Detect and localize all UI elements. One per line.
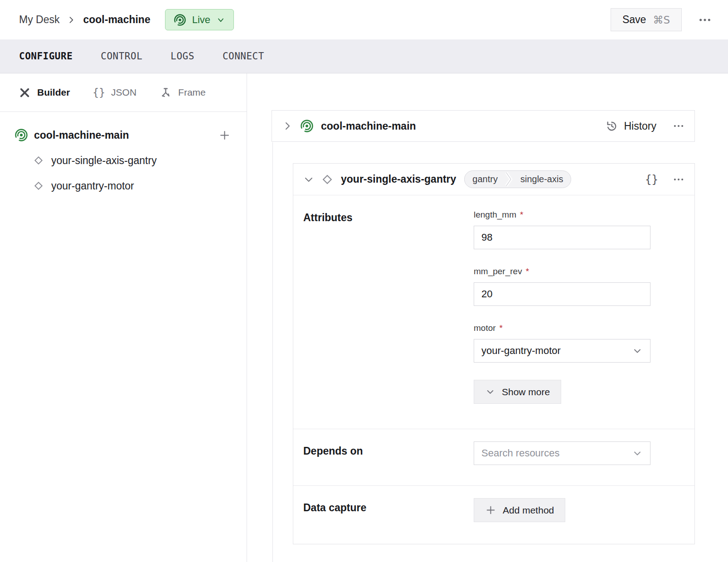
depends-on-section: Depends on Search resources	[293, 429, 694, 485]
mode-tab-builder[interactable]: Builder	[18, 86, 70, 99]
chevron-down-icon	[485, 387, 495, 397]
tree-item-machine-part[interactable]: cool-machine-main	[15, 125, 231, 145]
field-name: motor	[474, 323, 496, 333]
broadcast-icon	[174, 14, 186, 26]
attributes-fields: length_mm * mm_per_rev *	[474, 210, 650, 404]
nav-tab-bar: CONFIGURE CONTROL LOGS CONNECT	[0, 39, 728, 73]
add-resource-button[interactable]	[218, 129, 231, 141]
broadcast-icon	[15, 128, 28, 142]
braces-icon[interactable]: {}	[645, 173, 658, 186]
component-card-title: your-single-axis-gantry	[341, 173, 456, 185]
required-marker: *	[520, 210, 523, 220]
history-button[interactable]: History	[605, 120, 656, 133]
length-mm-input[interactable]	[474, 226, 650, 249]
mode-tab-json[interactable]: {} JSON	[92, 87, 136, 98]
app-window: My Desk cool-machine Live Save ⌘	[0, 0, 728, 562]
machine-part-card: cool-machine-main History	[272, 110, 695, 142]
top-bar-actions: Save ⌘S	[611, 8, 712, 31]
part-menu-button[interactable]	[673, 120, 684, 132]
field-name: length_mm	[474, 210, 516, 220]
tab-control[interactable]: CONTROL	[101, 51, 142, 62]
component-type-badge: gantry single-axis	[464, 170, 571, 188]
tree-item-label: your-gantry-motor	[51, 180, 134, 192]
chevron-right-icon	[67, 15, 76, 24]
mode-tab-label: Builder	[37, 87, 70, 98]
resource-tree: cool-machine-main your-single-axis-gantr…	[0, 112, 247, 196]
frame-icon	[159, 86, 172, 99]
field-mm-per-rev: mm_per_rev *	[474, 266, 650, 306]
mode-tab-frame[interactable]: Frame	[159, 86, 206, 99]
tree-item-gantry[interactable]: your-single-axis-gantry	[33, 150, 231, 171]
live-status-dropdown[interactable]: Live	[165, 9, 234, 30]
content-area: Builder {} JSON Frame	[0, 73, 728, 562]
sidebar-mode-tabs: Builder {} JSON Frame	[0, 73, 247, 112]
section-label: Attributes	[303, 210, 474, 404]
depends-on-fields: Search resources	[474, 441, 650, 465]
search-placeholder: Search resources	[481, 447, 559, 459]
badge-divider-icon	[505, 170, 513, 188]
section-label: Data capture	[303, 498, 474, 522]
live-label: Live	[192, 14, 210, 26]
badge-model: single-axis	[513, 174, 571, 184]
config-sidebar: Builder {} JSON Frame	[0, 73, 247, 562]
plus-icon	[485, 504, 496, 516]
diamond-icon	[33, 155, 44, 166]
add-method-button[interactable]: Add method	[474, 498, 565, 522]
tree-connector-line	[272, 142, 273, 562]
config-main-panel: cool-machine-main History	[247, 73, 728, 562]
show-more-label: Show more	[502, 387, 550, 397]
component-card: your-single-axis-gantry gantry single-ax…	[293, 163, 695, 544]
field-name: mm_per_rev	[474, 266, 522, 276]
field-motor: motor * your-gantry-motor	[474, 323, 650, 363]
motor-select-value: your-gantry-motor	[481, 345, 561, 357]
save-label: Save	[622, 14, 646, 26]
mm-per-rev-input[interactable]	[474, 282, 650, 306]
add-method-label: Add method	[503, 505, 554, 516]
diamond-icon	[320, 173, 334, 186]
overflow-menu-button[interactable]	[698, 13, 712, 27]
tree-item-label: your-single-axis-gantry	[51, 155, 157, 167]
attributes-section: Attributes length_mm * mm_per_rev	[293, 195, 694, 429]
tab-logs[interactable]: LOGS	[170, 51, 194, 62]
component-card-actions: {}	[645, 173, 684, 186]
tab-connect[interactable]: CONNECT	[223, 51, 264, 62]
top-bar: My Desk cool-machine Live Save ⌘	[0, 0, 728, 39]
diamond-icon	[33, 180, 44, 192]
breadcrumb-parent[interactable]: My Desk	[19, 14, 59, 26]
save-button[interactable]: Save ⌘S	[611, 8, 682, 31]
breadcrumb: My Desk cool-machine	[19, 14, 150, 26]
required-marker: *	[526, 266, 529, 276]
show-more-button[interactable]: Show more	[474, 380, 561, 404]
part-card-title: cool-machine-main	[321, 120, 416, 132]
badge-type: gantry	[465, 174, 505, 184]
tab-configure[interactable]: CONFIGURE	[19, 51, 73, 62]
save-shortcut: ⌘S	[653, 14, 670, 26]
tools-icon	[18, 86, 31, 99]
mode-tab-label: JSON	[111, 87, 136, 98]
data-capture-section: Data capture Add method	[293, 485, 694, 544]
mode-tab-label: Frame	[178, 87, 206, 98]
component-card-header: your-single-axis-gantry gantry single-ax…	[293, 164, 694, 195]
chevron-down-icon	[216, 15, 225, 24]
part-card-actions: History	[605, 120, 684, 133]
history-icon	[605, 120, 618, 133]
collapse-component-button[interactable]	[303, 174, 314, 185]
chevron-down-icon	[632, 448, 643, 459]
motor-select[interactable]: your-gantry-motor	[474, 339, 650, 363]
breadcrumb-current: cool-machine	[83, 14, 150, 26]
field-label: motor *	[474, 323, 650, 333]
braces-icon: {}	[92, 87, 105, 98]
field-length-mm: length_mm *	[474, 210, 650, 249]
field-label: mm_per_rev *	[474, 266, 650, 276]
required-marker: *	[500, 323, 503, 333]
tree-item-motor[interactable]: your-gantry-motor	[33, 175, 231, 196]
expand-part-button[interactable]	[282, 121, 293, 131]
section-label: Depends on	[303, 441, 474, 465]
depends-on-search-select[interactable]: Search resources	[474, 441, 650, 465]
component-menu-button[interactable]	[673, 174, 684, 185]
tree-item-label: cool-machine-main	[34, 129, 129, 141]
broadcast-icon	[300, 119, 314, 133]
field-label: length_mm *	[474, 210, 650, 220]
history-label: History	[624, 120, 656, 132]
data-capture-fields: Add method	[474, 498, 650, 522]
